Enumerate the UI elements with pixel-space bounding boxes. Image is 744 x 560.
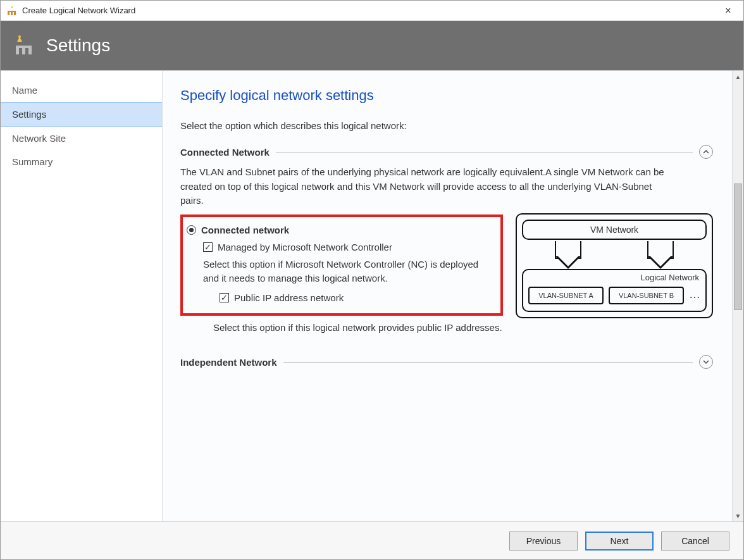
app-icon [6, 4, 18, 17]
sidebar-item-name[interactable]: Name [1, 78, 162, 102]
diagram-ellipsis: … [689, 288, 700, 302]
connected-section-title: Connected Network [180, 147, 270, 158]
public-ip-label: Public IP address network [234, 292, 344, 303]
managed-label: Managed by Microsoft Network Controller [218, 242, 392, 252]
independent-section-head: Independent Network [180, 355, 713, 369]
next-button[interactable]: Next [585, 532, 654, 551]
managed-by-nc-checkbox[interactable]: ✓ Managed by Microsoft Network Controlle… [203, 242, 497, 252]
cancel-button[interactable]: Cancel [661, 532, 729, 551]
vertical-scrollbar[interactable]: ▲ ▼ [732, 71, 743, 521]
lead-text: Select the option which describes this l… [180, 120, 713, 131]
arrow-icon [546, 241, 590, 273]
checkbox-icon: ✓ [203, 242, 213, 252]
connected-radio-label: Connected network [201, 225, 289, 235]
radio-icon [187, 225, 196, 235]
scroll-down-button[interactable]: ▼ [733, 510, 743, 521]
svg-rect-3 [8, 11, 16, 12]
sidebar-item-settings[interactable]: Settings [1, 102, 162, 127]
checkbox-icon: ✓ [220, 293, 229, 302]
svg-rect-6 [22, 48, 25, 54]
header-title: Settings [46, 35, 110, 56]
titlebar: Create Logical Network Wizard × [1, 1, 743, 21]
diagram-subnet-a: VLAN-SUBNET A [528, 287, 604, 304]
connected-options-row: Connected network ✓ Managed by Microsoft… [180, 213, 713, 342]
connected-options: Connected network ✓ Managed by Microsoft… [180, 213, 503, 342]
section-divider [283, 362, 693, 363]
window-title: Create Logical Network Wizard [22, 6, 718, 15]
svg-rect-1 [11, 12, 13, 15]
page-heading: Specify logical network settings [180, 87, 713, 104]
wizard-body: Name Settings Network Site Summary Speci… [1, 70, 743, 521]
connected-desc: The VLAN and Subnet pairs of the underly… [180, 165, 674, 208]
svg-point-10 [18, 35, 21, 38]
svg-marker-4 [11, 6, 13, 8]
network-diagram: VM Network Logical Network VLAN-SUBNET A… [516, 213, 713, 318]
section-divider [276, 152, 693, 152]
diagram-logical-network: Logical Network VLAN-SUBNET A VLAN-SUBNE… [522, 269, 707, 312]
public-ip-checkbox[interactable]: ✓ Public IP address network [220, 292, 497, 303]
arrow-icon [638, 241, 683, 273]
public-ip-hint: Select this option if this logical netwo… [213, 321, 503, 335]
svg-rect-8 [16, 46, 32, 48]
svg-rect-5 [16, 48, 19, 54]
content-panel: Specify logical network settings Select … [163, 71, 732, 521]
scroll-up-button[interactable]: ▲ [733, 71, 743, 82]
svg-rect-7 [28, 48, 32, 54]
diagram-subnet-b: VLAN-SUBNET B [609, 287, 684, 304]
wizard-window: Create Logical Network Wizard × Settings… [0, 0, 744, 560]
previous-button[interactable]: Previous [509, 532, 578, 551]
diagram-vm-network: VM Network [522, 220, 707, 240]
expand-independent-button[interactable] [699, 355, 713, 369]
highlighted-region: Connected network ✓ Managed by Microsoft… [180, 215, 503, 316]
connected-network-radio[interactable]: Connected network [187, 225, 497, 235]
collapse-connected-button[interactable] [699, 145, 713, 159]
diagram-logical-label: Logical Network [641, 273, 700, 282]
wizard-footer: Previous Next Cancel [1, 521, 743, 559]
scroll-track[interactable] [733, 82, 743, 510]
close-button[interactable]: × [718, 5, 738, 16]
managed-hint: Select this option if Microsoft Network … [203, 258, 497, 286]
sidebar-item-network-site[interactable]: Network Site [1, 127, 162, 150]
independent-section-title: Independent Network [180, 357, 277, 368]
svg-rect-0 [8, 12, 9, 15]
content-wrap: Specify logical network settings Select … [163, 71, 743, 521]
wizard-header: Settings [1, 21, 743, 70]
wizard-sidebar: Name Settings Network Site Summary [1, 71, 163, 521]
svg-rect-2 [14, 12, 16, 15]
connected-section-head: Connected Network [180, 145, 713, 159]
scroll-thumb[interactable] [734, 184, 742, 310]
header-icon [13, 34, 36, 57]
sidebar-item-summary[interactable]: Summary [1, 150, 162, 173]
